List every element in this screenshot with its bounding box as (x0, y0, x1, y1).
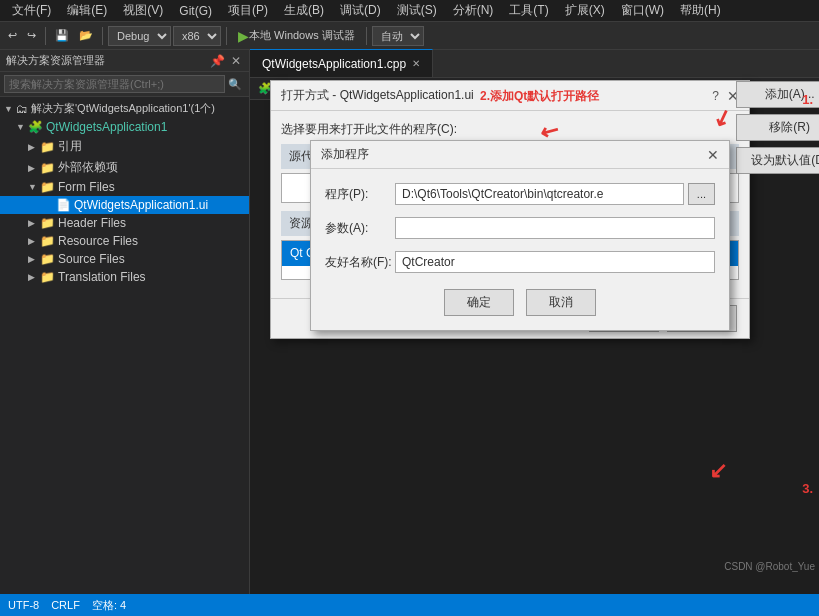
tab-cpp[interactable]: QtWidgetsApplication1.cpp ✕ (250, 49, 433, 77)
search-bar: 🔍 (0, 72, 249, 97)
panel-icon-group: 📌 ✕ (208, 54, 243, 68)
arrow-resources: ▶ (28, 236, 38, 246)
tree-item-ui[interactable]: ▶ 📄 QtWidgetsApplication1.ui (0, 196, 249, 214)
label-external: 外部依赖项 (58, 159, 118, 176)
ap-label-name: 友好名称(F): (325, 254, 395, 271)
label-sources: Source Files (58, 252, 125, 266)
menu-build[interactable]: 生成(B) (276, 0, 332, 21)
menu-test[interactable]: 测试(S) (389, 0, 445, 21)
toolbar-undo[interactable]: ↩ (4, 27, 21, 44)
tree-item-external[interactable]: ▶ 📁 外部依赖项 (0, 157, 249, 178)
ow-default-btn[interactable]: 设为默认值(D) (736, 147, 819, 174)
tab-cpp-close[interactable]: ✕ (412, 58, 420, 69)
label-resources: Resource Files (58, 234, 138, 248)
label-ui: QtWidgetsApplication1.ui (74, 198, 208, 212)
tree-item-sources[interactable]: ▶ 📁 Source Files (0, 250, 249, 268)
folder-ref-icon: 📁 (40, 140, 55, 154)
tree-arrow-solution: ▼ (4, 104, 14, 114)
ow-select-label: 选择要用来打开此文件的程序(C): (281, 121, 739, 138)
panel-pin-btn[interactable]: 📌 (208, 54, 227, 68)
tree-item-solution[interactable]: ▼ 🗂 解决方案'QtWidgetsApplication1'(1个) (0, 99, 249, 118)
status-crlf: CRLF (51, 599, 80, 611)
ap-footer: 确定 取消 (325, 285, 715, 316)
menu-git[interactable]: Git(G) (171, 2, 220, 20)
ow-titlebar: 打开方式 - QtWidgetsApplication1.ui ? ✕ (271, 81, 749, 111)
ap-row-name: 友好名称(F): (325, 251, 715, 273)
ap-name-input[interactable] (395, 251, 715, 273)
menu-view[interactable]: 视图(V) (115, 0, 171, 21)
toolbar-sep-4 (366, 27, 367, 45)
ap-label-args: 参数(A): (325, 220, 395, 237)
menubar: 文件(F) 编辑(E) 视图(V) Git(G) 项目(P) 生成(B) 调试(… (0, 0, 819, 22)
menu-edit[interactable]: 编辑(E) (59, 0, 115, 21)
ap-close-btn[interactable]: ✕ (707, 147, 719, 163)
project-icon: 🧩 (28, 120, 43, 134)
panel-close-btn[interactable]: ✕ (229, 54, 243, 68)
solution-label: 解决方案'QtWidgetsApplication1'(1个) (31, 101, 215, 116)
run-label: 本地 Windows 调试器 (249, 28, 355, 43)
ow-title-controls: ? ✕ (712, 88, 739, 104)
tab-cpp-label: QtWidgetsApplication1.cpp (262, 57, 406, 71)
ap-label-program: 程序(P): (325, 186, 395, 203)
toolbar-open[interactable]: 📂 (75, 27, 97, 44)
ap-ok-btn[interactable]: 确定 (444, 289, 514, 316)
tree-item-headers[interactable]: ▶ 📁 Header Files (0, 214, 249, 232)
run-button[interactable]: ▶ 本地 Windows 调试器 (232, 26, 361, 46)
ap-title: 添加程序 (321, 146, 369, 163)
menu-debug[interactable]: 调试(D) (332, 0, 389, 21)
solution-tree: ▼ 🗂 解决方案'QtWidgetsApplication1'(1个) ▼ 🧩 … (0, 97, 249, 594)
ap-program-wrap: ... (395, 183, 715, 205)
ow-title: 打开方式 - QtWidgetsApplication1.ui (281, 87, 474, 104)
toolbar-save[interactable]: 💾 (51, 27, 73, 44)
search-icon-btn[interactable]: 🔍 (225, 78, 245, 91)
debug-config-select[interactable]: Debug (108, 26, 171, 46)
menu-analyze[interactable]: 分析(N) (445, 0, 502, 21)
label-ref: 引用 (58, 138, 82, 155)
status-spaces: 空格: 4 (92, 598, 126, 613)
ap-args-wrap (395, 217, 715, 239)
menu-project[interactable]: 项目(P) (220, 0, 276, 21)
search-input[interactable] (4, 75, 225, 93)
editor-area: QtWidgetsApplication1.cpp ✕ 🧩 QtWidgetsA… (250, 50, 819, 594)
folder-translations-icon: 📁 (40, 270, 55, 284)
arrow-translations: ▶ (28, 272, 38, 282)
tree-item-ref[interactable]: ▶ 📁 引用 (0, 136, 249, 157)
ap-browse-btn[interactable]: ... (688, 183, 715, 205)
project-label: QtWidgetsApplication1 (46, 120, 167, 134)
ow-remove-btn[interactable]: 移除(R) (736, 114, 819, 141)
label-headers: Header Files (58, 216, 126, 230)
arrow-sources: ▶ (28, 254, 38, 264)
arrow-headers: ▶ (28, 218, 38, 228)
solution-icon: 🗂 (16, 102, 28, 116)
ap-program-input[interactable] (395, 183, 684, 205)
status-text: UTF-8 (8, 599, 39, 611)
play-icon: ▶ (238, 28, 249, 44)
file-ui-icon: 📄 (56, 198, 71, 212)
folder-sources-icon: 📁 (40, 252, 55, 266)
menu-extend[interactable]: 扩展(X) (557, 0, 613, 21)
tree-item-resources[interactable]: ▶ 📁 Resource Files (0, 232, 249, 250)
menu-wen[interactable]: 文件(F) (4, 0, 59, 21)
folder-formfiles-icon: 📁 (40, 180, 55, 194)
ap-body: 程序(P): ... 参数(A): 友好名称(F): (311, 169, 729, 330)
folder-external-icon: 📁 (40, 161, 55, 175)
tree-item-project[interactable]: ▼ 🧩 QtWidgetsApplication1 (0, 118, 249, 136)
folder-resources-icon: 📁 (40, 234, 55, 248)
tree-item-formfiles[interactable]: ▼ 📁 Form Files (0, 178, 249, 196)
menu-help[interactable]: 帮助(H) (672, 0, 729, 21)
tree-item-translations[interactable]: ▶ 📁 Translation Files (0, 268, 249, 286)
ap-cancel-btn[interactable]: 取消 (526, 289, 596, 316)
auto-select[interactable]: 自动 (372, 26, 424, 46)
toolbar-redo[interactable]: ↪ (23, 27, 40, 44)
arrow-external: ▶ (28, 163, 38, 173)
ow-action-buttons: 添加(A)... 移除(R) 设为默认值(D) (736, 81, 819, 174)
toolbar-sep-3 (226, 27, 227, 45)
label-formfiles: Form Files (58, 180, 115, 194)
ap-titlebar: 添加程序 ✕ (311, 141, 729, 169)
arch-select[interactable]: x86 (173, 26, 221, 46)
menu-tools[interactable]: 工具(T) (501, 0, 556, 21)
menu-window[interactable]: 窗口(W) (613, 0, 672, 21)
ap-args-input[interactable] (395, 217, 715, 239)
ow-add-btn[interactable]: 添加(A)... (736, 81, 819, 108)
panel-title: 解决方案资源管理器 (6, 53, 105, 68)
